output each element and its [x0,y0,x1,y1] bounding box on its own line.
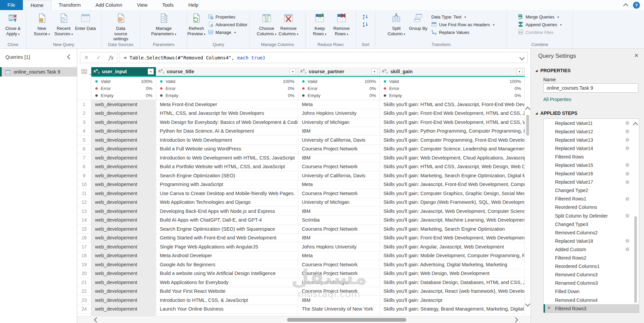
applied-steps-section-header[interactable]: ◢ APPLIED STEPS [536,110,578,116]
table-row[interactable]: 22web_developementBuild Your First React… [77,287,525,296]
table-row[interactable]: 20web_developementBuild a website using … [77,269,525,278]
cell-course-title[interactable]: Getting Started with Front-End and Web D… [156,234,298,242]
collapse-ribbon-icon[interactable] [623,3,629,8]
applied-step-replaced-value16[interactable]: Replaced Value16 [544,170,639,178]
step-settings-gear-icon[interactable] [625,239,630,244]
table-row[interactable]: 1web_developementMeta Front-End Develope… [77,100,525,109]
cell-skill-gain[interactable]: Skills you'll gain: Angular, Javascript,… [380,242,525,251]
query-list-item[interactable]: online_courses Task 9 [0,67,77,77]
applied-step-reordered-columns[interactable]: Reordered Columns [544,203,639,212]
cell-skill-gain[interactable]: Skills you'll gain: Front-End Web Develo… [380,118,525,127]
cell-user-input[interactable]: web_developement [91,118,156,127]
cell-course-partner[interactable]: Coursera Project Network [298,225,380,233]
table-row[interactable]: 3web_developementWeb Design for Everybod… [77,118,525,127]
applied-step-split-column-by-delimiter[interactable]: Split Column by Delimiter [544,212,639,220]
cell-course-title[interactable]: Programming with JavaScript [156,180,298,189]
cell-course-partner[interactable]: Johns Hopkins University [298,242,380,251]
ribbon-button-use-first-row-as-headers[interactable]: Use First Row as Headers▾ [431,21,494,28]
cell-user-input[interactable]: web_developement [91,153,156,162]
applied-step-changed-type2[interactable]: Changed Type2 [544,186,639,195]
table-row[interactable]: 10web_developementProgramming with JavaS… [77,180,525,189]
cell-user-input[interactable]: web_developement [91,109,156,118]
cell-skill-gain[interactable]: Skills you'll gain: Javascript, Web Deve… [380,207,525,216]
cell-course-title[interactable]: Search Engine Optimization (SEO) with Sq… [156,225,298,233]
cell-course-title[interactable]: HTML, CSS, and Javascript for Web Develo… [156,109,298,118]
cell-course-partner[interactable]: IBM [298,234,380,242]
applied-step-reordered-columns1[interactable]: Reordered Columns1 [544,262,639,271]
applied-step-filtered-rows2[interactable]: Filtered Rows2 [544,254,639,262]
scroll-left-icon[interactable] [94,317,99,323]
table-row[interactable]: 18web_developementMeta Android Developer… [77,251,525,261]
cell-user-input[interactable]: web_developement [91,171,156,180]
cell-course-title[interactable]: Web Application Technologies and Django [156,198,298,207]
tab-transform[interactable]: Transform [51,0,88,10]
ribbon-button-data-type-text[interactable]: Data Type: Text▾ [431,14,494,20]
cell-course-title[interactable]: Meta Front-End Developer [156,100,298,109]
cell-course-partner[interactable]: Coursera Project Network [298,163,380,171]
tab-help[interactable]: Help [181,0,206,10]
table-row[interactable]: 16web_developementGetting Started with F… [77,234,525,243]
table-row[interactable]: 21web_developementWeb Applications for E… [77,278,525,287]
cell-course-partner[interactable]: Meta [298,100,380,109]
step-settings-gear-icon[interactable] [625,214,630,219]
cell-course-partner[interactable]: University of California, Davis [298,136,380,144]
applied-step-filtered-rows3[interactable]: ✕Filtered Rows3 [544,304,639,313]
cell-course-partner[interactable]: Johns Hopkins University [298,109,380,118]
cell-user-input[interactable]: web_developement [91,163,156,171]
applied-step-removed-columns4[interactable]: Removed Columns4 [544,296,639,304]
cell-skill-gain[interactable]: Skills you'll gain: Computer Graphics, G… [380,189,525,198]
cell-course-title[interactable]: Build AI Apps with ChatGPT, Dall-E, and … [156,216,298,225]
cell-skill-gain[interactable]: Skills you'll gain: Python Programming, … [380,127,525,136]
ribbon-button-group-by[interactable]: Group By [407,11,429,42]
table-row[interactable]: 8web_developementBuild a Portfolio Websi… [77,163,525,172]
cell-course-partner[interactable]: IBM [298,153,380,162]
ribbon-button-remove-columns[interactable]: Remove Columns▾ [278,11,299,42]
cell-course-partner[interactable]: IBM [298,296,380,305]
cell-course-partner[interactable]: IBM [298,207,380,216]
cell-skill-gain[interactable]: Skills you'll gain: Advertising, Digital… [380,260,525,269]
cell-course-partner[interactable]: Coursera Project Network [298,269,380,278]
horizontal-scrollbar[interactable] [77,316,531,323]
cell-course-title[interactable]: Web Design for Everybody: Basics of Web … [156,118,298,127]
cell-course-partner[interactable]: Meta [298,251,380,260]
cell-skill-gain[interactable]: Skills you'll gain: Javascript, Front-En… [380,180,525,189]
cell-course-title[interactable]: Search Engine Optimization (SEO) [156,171,298,180]
delete-step-icon[interactable]: ✕ [547,306,551,310]
tab-view[interactable]: View [130,0,155,10]
table-row[interactable]: 9web_developementSearch Engine Optimizat… [77,171,525,180]
ribbon-button-split-column[interactable]: Split Column▾ [385,11,407,42]
applied-step-removed-columns2[interactable]: Removed Columns2 [544,228,639,237]
applied-step-filtered-rows1[interactable]: Filtered Rows1 [544,195,639,203]
cell-course-partner[interactable]: University of Michigan [298,278,380,287]
filter-button[interactable]: ▾ [516,68,522,75]
ribbon-button-sort-za[interactable]: ZA [363,21,368,28]
collapse-queries-pane-icon[interactable] [67,54,73,60]
cell-user-input[interactable]: web_developement [91,225,156,233]
cell-course-partner[interactable]: University of California, Davis [298,171,380,180]
table-row[interactable]: 2web_developementHTML, CSS, and Javascri… [77,109,525,118]
vertical-scrollbar-thumb[interactable] [526,115,529,136]
cell-skill-gain[interactable]: Skills you'll gain: Computer Science, Le… [380,145,525,153]
ribbon-button-sort-az[interactable]: AZ [363,14,368,20]
table-row[interactable]: 4web_developementPython for Data Science… [77,127,525,136]
cell-course-partner[interactable]: The State University of New York [298,305,380,314]
cell-course-partner[interactable]: University of Michigan [298,198,380,207]
cell-skill-gain[interactable]: Skills you'll gain: Front-End Web Develo… [380,109,525,118]
cell-skill-gain[interactable]: Skills you'll gain: Database Design, Dat… [380,278,525,287]
ribbon-button-append-queries[interactable]: Append Queries▾ [518,21,561,28]
ribbon-button-enter-data[interactable]: Enter Data [75,11,96,42]
cell-user-input[interactable]: web_developement [91,127,156,136]
cell-course-title[interactable]: Introduction to Web Development with HTM… [156,153,298,162]
cell-user-input[interactable]: web_developement [91,242,156,251]
cell-skill-gain[interactable]: Skills you'll gain: Javascript, React (w… [380,287,525,296]
table-row[interactable]: 23web_developementIntroduction to HTML, … [77,296,525,305]
cell-course-title[interactable]: Use Canva to Create Desktop and Mobile-f… [156,189,298,198]
table-row[interactable]: 24web_developementLaunch Your Online Bus… [77,305,525,314]
column-header-course-title[interactable]: ABCcourse_title▾ [156,67,298,76]
step-settings-gear-icon[interactable] [625,180,630,185]
step-settings-gear-icon[interactable] [625,129,630,135]
formula-commit-icon[interactable]: ✓ [96,54,101,61]
ribbon-button-close-apply[interactable]: Close & Apply▾ [2,11,24,42]
applied-step-replaced-value13[interactable]: Replaced Value13 [544,136,639,144]
cell-course-title[interactable]: Python for Data Science, AI & Developmen… [156,127,298,136]
